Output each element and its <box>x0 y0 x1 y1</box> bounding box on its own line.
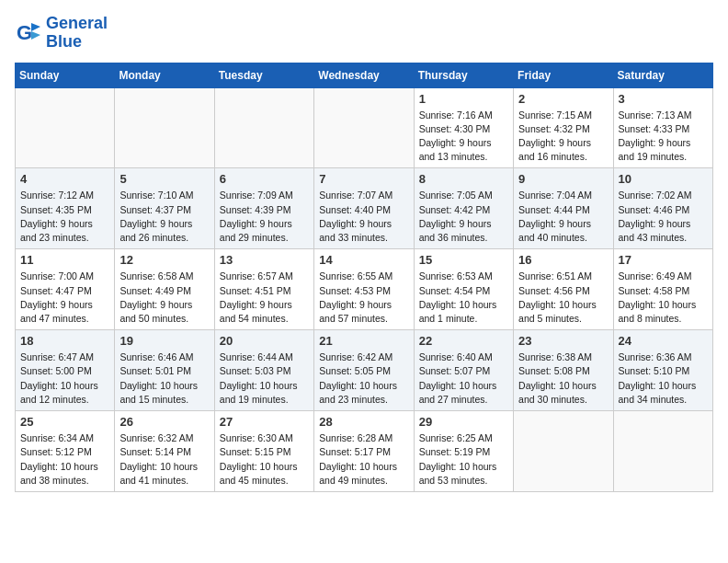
day-cell: 17Sunrise: 6:49 AM Sunset: 4:58 PM Dayli… <box>613 249 712 330</box>
day-cell: 20Sunrise: 6:44 AM Sunset: 5:03 PM Dayli… <box>214 330 313 411</box>
day-number: 1 <box>419 92 508 106</box>
weekday-header-friday: Friday <box>514 63 613 87</box>
day-cell: 2Sunrise: 7:15 AM Sunset: 4:32 PM Daylig… <box>514 87 613 168</box>
day-cell: 13Sunrise: 6:57 AM Sunset: 4:51 PM Dayli… <box>214 249 313 330</box>
day-info: Sunrise: 7:13 AM Sunset: 4:33 PM Dayligh… <box>619 109 708 165</box>
day-info: Sunrise: 6:57 AM Sunset: 4:51 PM Dayligh… <box>220 270 309 326</box>
weekday-header-thursday: Thursday <box>414 63 513 87</box>
day-cell: 14Sunrise: 6:55 AM Sunset: 4:53 PM Dayli… <box>314 249 414 330</box>
day-number: 4 <box>20 172 109 186</box>
day-number: 23 <box>518 334 608 348</box>
day-cell: 19Sunrise: 6:46 AM Sunset: 5:01 PM Dayli… <box>115 330 214 411</box>
day-number: 20 <box>220 334 309 348</box>
day-cell <box>514 411 613 492</box>
day-cell: 25Sunrise: 6:34 AM Sunset: 5:12 PM Dayli… <box>16 411 115 492</box>
day-cell: 24Sunrise: 6:36 AM Sunset: 5:10 PM Dayli… <box>613 330 712 411</box>
day-info: Sunrise: 7:04 AM Sunset: 4:44 PM Dayligh… <box>518 189 608 245</box>
day-number: 28 <box>319 415 408 429</box>
day-cell <box>314 87 414 168</box>
day-number: 7 <box>319 172 408 186</box>
day-info: Sunrise: 6:40 AM Sunset: 5:07 PM Dayligh… <box>419 350 508 407</box>
day-cell: 18Sunrise: 6:47 AM Sunset: 5:00 PM Dayli… <box>16 330 115 411</box>
day-number: 6 <box>220 172 309 186</box>
day-info: Sunrise: 6:34 AM Sunset: 5:12 PM Dayligh… <box>20 431 109 488</box>
day-cell: 22Sunrise: 6:40 AM Sunset: 5:07 PM Dayli… <box>414 330 513 411</box>
day-info: Sunrise: 7:05 AM Sunset: 4:42 PM Dayligh… <box>419 189 508 245</box>
weekday-header-monday: Monday <box>115 63 214 87</box>
day-cell: 26Sunrise: 6:32 AM Sunset: 5:14 PM Dayli… <box>115 411 214 492</box>
svg-text:G: G <box>17 21 32 44</box>
day-info: Sunrise: 6:58 AM Sunset: 4:49 PM Dayligh… <box>119 270 209 326</box>
logo: G General Blue <box>15 15 108 52</box>
day-cell: 9Sunrise: 7:04 AM Sunset: 4:44 PM Daylig… <box>514 168 613 249</box>
week-row-3: 18Sunrise: 6:47 AM Sunset: 5:00 PM Dayli… <box>16 330 713 411</box>
day-cell <box>115 87 214 168</box>
week-row-1: 4Sunrise: 7:12 AM Sunset: 4:35 PM Daylig… <box>16 168 713 249</box>
day-number: 3 <box>619 92 708 106</box>
weekday-header-saturday: Saturday <box>613 63 712 87</box>
day-cell: 4Sunrise: 7:12 AM Sunset: 4:35 PM Daylig… <box>16 168 115 249</box>
page-header: G General Blue <box>15 15 713 52</box>
day-cell: 8Sunrise: 7:05 AM Sunset: 4:42 PM Daylig… <box>414 168 513 249</box>
day-cell <box>16 87 115 168</box>
day-info: Sunrise: 7:10 AM Sunset: 4:37 PM Dayligh… <box>119 189 209 245</box>
svg-marker-1 <box>31 23 40 31</box>
day-number: 5 <box>119 172 209 186</box>
calendar-body: 1Sunrise: 7:16 AM Sunset: 4:30 PM Daylig… <box>16 87 713 491</box>
day-info: Sunrise: 6:47 AM Sunset: 5:00 PM Dayligh… <box>20 350 109 407</box>
day-info: Sunrise: 7:07 AM Sunset: 4:40 PM Dayligh… <box>319 189 408 245</box>
day-cell <box>613 411 712 492</box>
calendar-table: SundayMondayTuesdayWednesdayThursdayFrid… <box>15 63 713 492</box>
day-cell: 27Sunrise: 6:30 AM Sunset: 5:15 PM Dayli… <box>214 411 313 492</box>
day-info: Sunrise: 6:28 AM Sunset: 5:17 PM Dayligh… <box>319 431 408 488</box>
day-number: 14 <box>319 253 408 267</box>
day-cell: 23Sunrise: 6:38 AM Sunset: 5:08 PM Dayli… <box>514 330 613 411</box>
day-number: 16 <box>518 253 608 267</box>
day-number: 19 <box>119 334 209 348</box>
day-info: Sunrise: 7:09 AM Sunset: 4:39 PM Dayligh… <box>220 189 309 245</box>
day-cell: 1Sunrise: 7:16 AM Sunset: 4:30 PM Daylig… <box>414 87 513 168</box>
day-cell: 11Sunrise: 7:00 AM Sunset: 4:47 PM Dayli… <box>16 249 115 330</box>
week-row-4: 25Sunrise: 6:34 AM Sunset: 5:12 PM Dayli… <box>16 411 713 492</box>
week-row-2: 11Sunrise: 7:00 AM Sunset: 4:47 PM Dayli… <box>16 249 713 330</box>
day-info: Sunrise: 6:25 AM Sunset: 5:19 PM Dayligh… <box>419 431 508 488</box>
day-number: 24 <box>619 334 708 348</box>
day-cell: 12Sunrise: 6:58 AM Sunset: 4:49 PM Dayli… <box>115 249 214 330</box>
day-number: 25 <box>20 415 109 429</box>
day-number: 26 <box>119 415 209 429</box>
day-info: Sunrise: 6:53 AM Sunset: 4:54 PM Dayligh… <box>419 270 508 326</box>
day-number: 17 <box>619 253 708 267</box>
weekday-header-row: SundayMondayTuesdayWednesdayThursdayFrid… <box>16 63 713 87</box>
weekday-header-wednesday: Wednesday <box>314 63 414 87</box>
logo-icon: G <box>15 19 42 47</box>
weekday-header-sunday: Sunday <box>16 63 115 87</box>
day-info: Sunrise: 7:12 AM Sunset: 4:35 PM Dayligh… <box>20 189 109 245</box>
day-info: Sunrise: 7:00 AM Sunset: 4:47 PM Dayligh… <box>20 270 109 326</box>
day-info: Sunrise: 6:42 AM Sunset: 5:05 PM Dayligh… <box>319 350 408 407</box>
day-cell: 10Sunrise: 7:02 AM Sunset: 4:46 PM Dayli… <box>613 168 712 249</box>
day-cell: 6Sunrise: 7:09 AM Sunset: 4:39 PM Daylig… <box>214 168 313 249</box>
day-number: 27 <box>220 415 309 429</box>
day-cell: 3Sunrise: 7:13 AM Sunset: 4:33 PM Daylig… <box>613 87 712 168</box>
day-info: Sunrise: 6:36 AM Sunset: 5:10 PM Dayligh… <box>619 350 708 407</box>
day-info: Sunrise: 7:16 AM Sunset: 4:30 PM Dayligh… <box>419 109 508 165</box>
logo-text: General Blue <box>46 15 108 52</box>
day-number: 9 <box>518 172 608 186</box>
day-info: Sunrise: 6:38 AM Sunset: 5:08 PM Dayligh… <box>518 350 608 407</box>
day-cell <box>214 87 313 168</box>
day-cell: 28Sunrise: 6:28 AM Sunset: 5:17 PM Dayli… <box>314 411 414 492</box>
day-number: 18 <box>20 334 109 348</box>
day-number: 22 <box>419 334 508 348</box>
day-info: Sunrise: 6:30 AM Sunset: 5:15 PM Dayligh… <box>220 431 309 488</box>
svg-marker-2 <box>31 31 40 40</box>
weekday-header-tuesday: Tuesday <box>214 63 313 87</box>
day-cell: 7Sunrise: 7:07 AM Sunset: 4:40 PM Daylig… <box>314 168 414 249</box>
day-info: Sunrise: 6:32 AM Sunset: 5:14 PM Dayligh… <box>119 431 209 488</box>
day-info: Sunrise: 6:49 AM Sunset: 4:58 PM Dayligh… <box>619 270 708 326</box>
day-cell: 29Sunrise: 6:25 AM Sunset: 5:19 PM Dayli… <box>414 411 513 492</box>
day-number: 10 <box>619 172 708 186</box>
day-number: 13 <box>220 253 309 267</box>
day-cell: 15Sunrise: 6:53 AM Sunset: 4:54 PM Dayli… <box>414 249 513 330</box>
day-number: 8 <box>419 172 508 186</box>
day-number: 29 <box>419 415 508 429</box>
